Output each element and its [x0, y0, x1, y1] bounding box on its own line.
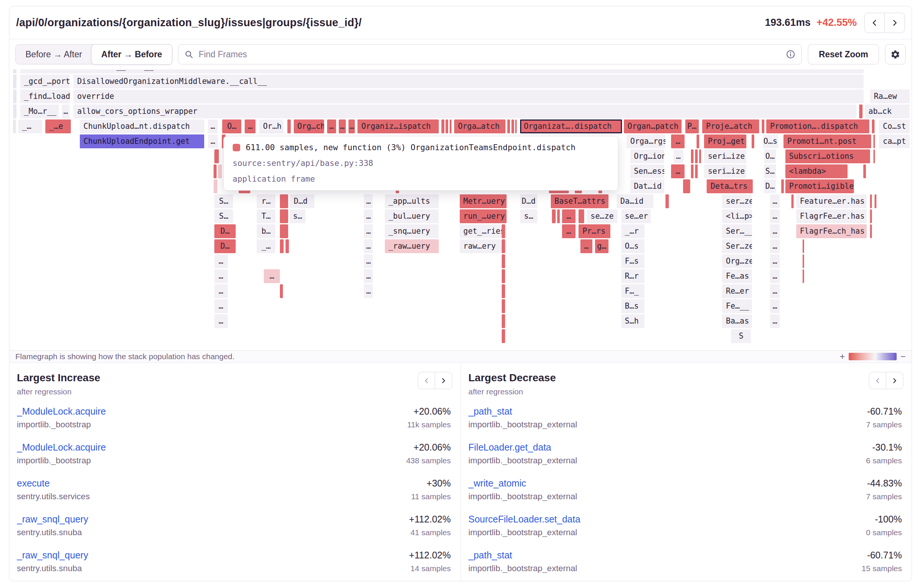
flame-frame[interactable]: O…	[764, 149, 776, 163]
flame-frame[interactable]	[870, 224, 872, 238]
flame-frame[interactable]	[280, 239, 284, 253]
flame-frame[interactable]	[870, 210, 872, 223]
flame-frame[interactable]: …	[580, 239, 592, 253]
flame-frame[interactable]: b…	[257, 224, 276, 238]
flame-frame[interactable]	[802, 239, 804, 253]
flame-frame[interactable]: D…d	[290, 194, 314, 208]
flame-frame[interactable]	[502, 299, 506, 313]
flame-frame[interactable]: Orga…rgs	[626, 135, 666, 148]
flame-frame[interactable]: Fe…as	[722, 269, 752, 283]
flame-frame[interactable]: FlagrFe…er.has	[796, 210, 867, 223]
flame-frame[interactable]	[802, 254, 804, 268]
flame-frame[interactable]: T…	[257, 210, 276, 223]
flame-frame[interactable]: Feature…er.has	[796, 194, 867, 208]
flame-frame[interactable]: Ser…__	[722, 224, 752, 238]
flame-frame[interactable]	[280, 194, 288, 208]
flame-frame[interactable]: _find…load	[20, 89, 70, 103]
flame-frame[interactable]: se…ze	[587, 210, 617, 223]
flame-frame[interactable]: Proje…atch	[702, 119, 759, 133]
increase-next-button[interactable]	[434, 372, 452, 389]
flame-frame[interactable]: s…	[290, 210, 305, 223]
flame-frame[interactable]: …	[245, 119, 255, 133]
flame-frame[interactable]: Metr…uery	[460, 194, 506, 208]
flame-frame[interactable]	[280, 210, 288, 223]
flame-frame[interactable]	[13, 89, 17, 103]
flame-frame[interactable]: …	[208, 135, 218, 148]
flame-frame[interactable]	[859, 104, 862, 119]
flame-frame[interactable]	[450, 119, 451, 133]
flame-frame[interactable]: Organiz…ispatch	[358, 119, 439, 133]
prev-transaction-button[interactable]	[864, 13, 885, 33]
flame-frame[interactable]: Deta…trs	[707, 179, 753, 193]
flame-frame[interactable]: BaseT…attrs	[551, 194, 609, 208]
flame-frame[interactable]	[762, 119, 765, 133]
next-transaction-button[interactable]	[884, 13, 905, 33]
flame-frame[interactable]: g…	[595, 239, 609, 253]
flame-frame[interactable]: Organ…patch	[624, 119, 682, 133]
flame-frame[interactable]: ser…ze	[722, 194, 752, 208]
flame-frame[interactable]: S	[731, 329, 751, 343]
flame-frame[interactable]	[691, 149, 693, 163]
flame-frame[interactable]: D…	[764, 179, 776, 193]
flame-frame[interactable]: raw…ery	[460, 239, 506, 253]
flame-frame[interactable]	[507, 119, 510, 133]
search-input[interactable]	[198, 49, 786, 60]
flame-frame[interactable]: …	[770, 314, 780, 328]
flame-frame[interactable]	[515, 119, 517, 133]
flame-frame[interactable]	[552, 210, 556, 223]
flame-frame[interactable]: Orga…atch	[454, 119, 506, 133]
flame-frame[interactable]: FlagrFe…ch_has	[796, 224, 867, 238]
flame-frame[interactable]	[502, 329, 506, 343]
flame-frame[interactable]: …	[208, 119, 218, 133]
flame-frame[interactable]	[446, 119, 448, 133]
flame-frame[interactable]: …	[562, 224, 576, 238]
flame-frame[interactable]: O…	[222, 119, 241, 133]
flame-frame[interactable]: S…	[214, 194, 233, 208]
flame-frame[interactable]	[502, 269, 506, 283]
flame-frame[interactable]: Promotion….dispatch	[766, 119, 869, 133]
flame-frame[interactable]: Da…id	[617, 194, 654, 208]
flame-frame[interactable]: …	[364, 224, 373, 238]
flame-frame[interactable]: _…	[257, 239, 276, 253]
flame-frame[interactable]: …	[264, 269, 280, 283]
info-icon[interactable]	[786, 49, 796, 59]
flame-frame[interactable]: …	[770, 269, 780, 283]
function-link[interactable]: _path_stat	[469, 406, 867, 417]
flame-frame[interactable]	[218, 164, 222, 178]
flame-frame[interactable]: P…	[685, 119, 699, 133]
flame-frame[interactable]: …	[673, 149, 683, 163]
flame-frame[interactable]	[213, 179, 217, 193]
flame-frame[interactable]: Dat…id	[630, 179, 665, 193]
flame-frame[interactable]: …	[770, 224, 780, 238]
function-link[interactable]: SourceFileLoader.set_data	[469, 514, 875, 525]
flame-frame[interactable]: _…r	[621, 224, 645, 238]
flame-frame[interactable]: Ra…ew	[870, 89, 910, 103]
flame-frame[interactable]: Org…ion	[630, 149, 665, 163]
flame-frame[interactable]	[802, 269, 804, 283]
flame-frame[interactable]: s…	[520, 210, 537, 223]
flame-frame[interactable]: _raw…uery	[385, 239, 439, 253]
flame-frame[interactable]: …	[770, 299, 780, 313]
flame-frame[interactable]	[280, 224, 288, 238]
flame-frame[interactable]: Sen…ess	[630, 164, 665, 178]
flame-frame[interactable]: _app…ults	[385, 194, 439, 208]
flame-frame[interactable]: DisallowedOrganizationMiddleware.__call_…	[73, 75, 864, 88]
flame-frame[interactable]: Or…h	[259, 119, 284, 133]
flame-frame[interactable]: …	[770, 210, 780, 223]
function-link[interactable]: _ModuleLock.acquire	[17, 406, 414, 417]
flame-frame[interactable]	[874, 135, 875, 148]
flame-frame[interactable]	[502, 284, 506, 298]
flame-frame[interactable]: _gcd_…port	[20, 75, 70, 88]
flame-frame[interactable]: …	[364, 284, 373, 298]
flame-frame[interactable]: …	[671, 164, 685, 178]
flame-frame[interactable]: …	[339, 119, 346, 133]
flame-frame[interactable]: O…s	[621, 239, 645, 253]
flame-frame[interactable]: seri…ize	[704, 164, 746, 178]
flame-frame[interactable]: _…	[18, 119, 42, 133]
flame-frame[interactable]: RateLimitMiddleware.__call__	[20, 69, 864, 73]
flame-frame[interactable]	[502, 239, 506, 253]
flame-frame[interactable]	[870, 194, 872, 208]
function-link[interactable]: _raw_snql_query	[17, 514, 409, 525]
flame-frame[interactable]: O…s	[763, 135, 778, 148]
flame-frame[interactable]: …	[364, 254, 373, 268]
